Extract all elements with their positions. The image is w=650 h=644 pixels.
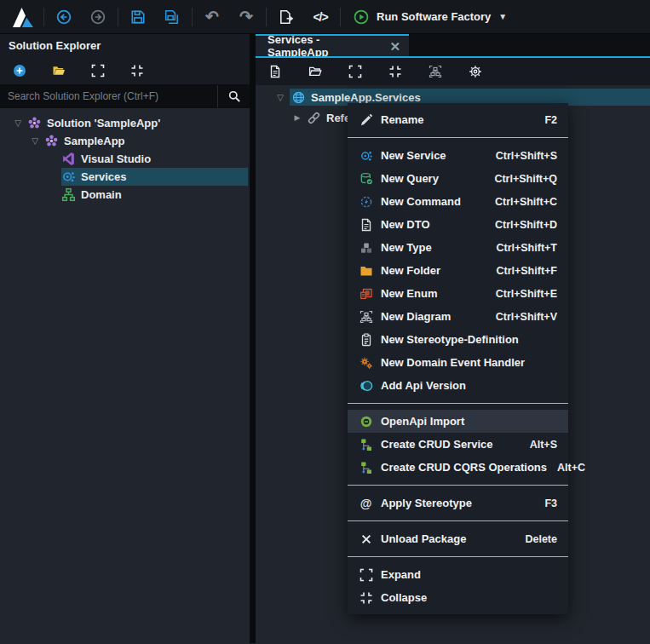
save-icon <box>130 9 146 25</box>
toolbar-separator <box>118 8 118 26</box>
open-folder-button[interactable] <box>307 63 324 80</box>
solution-tree: ▽ Solution 'SampleApp' ▽ SampleApp Visua… <box>0 108 250 643</box>
menu-item-new-command[interactable]: New Command Ctrl+Shift+C <box>348 190 568 213</box>
menu-item-new-diagram[interactable]: New Diagram Ctrl+Shift+V <box>348 305 568 328</box>
menu-item-collapse[interactable]: Collapse <box>348 586 568 609</box>
expand-icon <box>348 65 362 78</box>
new-document-button[interactable] <box>267 63 284 80</box>
settings-button[interactable] <box>467 63 484 80</box>
tab-services-sampleapp[interactable]: Services - SampleApp ✕ <box>256 34 409 56</box>
expand-all-button[interactable] <box>347 63 364 80</box>
menu-item-new-dto[interactable]: New DTO Ctrl+Shift+D <box>348 213 568 236</box>
menu-divider <box>348 556 568 557</box>
back-button[interactable] <box>47 3 81 31</box>
services-icon <box>61 170 76 184</box>
intent-architect-logo-icon <box>11 6 35 28</box>
run-software-factory-button[interactable]: Run Software Factory ▼ <box>343 3 517 31</box>
redo-button[interactable]: ↷ <box>229 3 263 31</box>
save-all-button[interactable] <box>155 3 189 31</box>
caret-collapsed-icon[interactable]: ▶ <box>288 113 307 122</box>
tree-item-domain[interactable]: Domain <box>0 186 250 204</box>
menu-item-new-domain-event-handler[interactable]: New Domain Event Handler <box>348 351 568 374</box>
add-plus-icon <box>13 64 26 78</box>
tree-item-sampleapp[interactable]: ▽ SampleApp <box>0 132 250 150</box>
caret-expanded-icon[interactable]: ▽ <box>271 93 290 102</box>
menu-item-new-service[interactable]: New Service Ctrl+Shift+S <box>348 144 568 167</box>
menu-item-rename[interactable]: Rename F2 <box>348 108 568 131</box>
search-input[interactable] <box>0 85 217 107</box>
undo-icon: ↶ <box>205 9 219 25</box>
save-all-icon <box>164 9 180 25</box>
selected-row-highlight: Services <box>61 168 248 186</box>
redo-icon: ↷ <box>239 9 253 25</box>
tab-close-icon[interactable]: ✕ <box>389 40 400 53</box>
diagram-icon <box>429 65 442 78</box>
tab-strip: Services - SampleApp ✕ <box>256 34 650 56</box>
tree-item-visual-studio[interactable]: Visual Studio <box>0 150 250 168</box>
tree-item-label: SampleApp <box>64 135 125 147</box>
toolbar-separator <box>43 8 44 26</box>
tree-item-label: Domain <box>81 188 122 201</box>
solution-explorer-panel: Solution Explorer ▽ Solution 'SampleApp'… <box>0 34 250 643</box>
menu-item-new-stereotype-definition[interactable]: New Stereotype-Definition <box>348 328 568 351</box>
open-folder-button[interactable] <box>50 62 67 79</box>
undo-button[interactable]: ↶ <box>195 3 229 31</box>
collapse-all-button[interactable] <box>129 62 146 79</box>
solution-icon <box>27 116 42 130</box>
menu-item-new-query[interactable]: New Query Ctrl+Shift+Q <box>348 167 568 190</box>
visual-studio-icon <box>61 152 76 166</box>
save-button[interactable] <box>121 3 155 31</box>
view-code-button[interactable]: </> <box>303 3 337 31</box>
enum-icon <box>359 286 373 301</box>
diagram-button[interactable] <box>427 63 444 80</box>
app-logo[interactable] <box>9 4 37 30</box>
menu-item-apply-stereotype[interactable]: @ Apply Stereotype F3 <box>348 492 568 515</box>
forward-button[interactable] <box>81 3 115 31</box>
search-button[interactable] <box>217 85 250 107</box>
tree-item-label: Services <box>81 170 127 183</box>
export-document-button[interactable] <box>269 3 303 31</box>
menu-item-create-crud-service[interactable]: Create CRUD Service Alt+S <box>348 433 568 456</box>
application-icon <box>44 134 59 148</box>
crud-icon <box>359 437 373 451</box>
menu-divider <box>348 485 568 486</box>
solution-explorer-title: Solution Explorer <box>9 39 101 52</box>
open-folder-icon <box>52 64 66 78</box>
export-document-icon <box>279 9 294 25</box>
menu-item-new-type[interactable]: New Type Ctrl+Shift+T <box>348 236 568 259</box>
package-globe-icon <box>291 90 306 105</box>
menu-item-openapi-import[interactable]: OpenApi Import <box>348 410 568 433</box>
tree-item-solution[interactable]: ▽ Solution 'SampleApp' <box>0 114 250 132</box>
collapse-all-button[interactable] <box>387 63 404 80</box>
menu-item-create-crud-cqrs-operations[interactable]: Create CRUD CQRS Operations Alt+C <box>348 456 568 479</box>
collapse-icon <box>388 65 402 78</box>
expand-all-button[interactable] <box>89 62 106 79</box>
menu-item-add-api-version[interactable]: Add Api Version <box>348 374 568 397</box>
back-arrow-icon <box>56 9 72 25</box>
menu-item-unload-package[interactable]: Unload Package Delete <box>348 527 568 550</box>
menu-divider <box>348 403 568 404</box>
add-button[interactable] <box>11 62 28 79</box>
link-icon <box>307 111 321 125</box>
query-icon <box>359 171 373 186</box>
caret-expanded-icon[interactable]: ▽ <box>26 136 44 146</box>
clipboard-icon <box>359 332 373 347</box>
top-toolbar: ↶ ↷ </> Run Software Factory ▼ <box>0 0 650 34</box>
tree-item-services[interactable]: Services <box>0 168 250 186</box>
tree-item-label: SampleApp.Services <box>311 91 421 104</box>
crud-icon <box>359 460 373 474</box>
expand-icon <box>91 64 105 78</box>
context-menu: Rename F2 New Service Ctrl+Shift+S New Q… <box>348 103 568 614</box>
open-folder-icon <box>308 65 322 78</box>
pencil-icon <box>359 112 373 127</box>
menu-item-expand[interactable]: Expand <box>348 563 568 586</box>
menu-item-new-folder[interactable]: New Folder Ctrl+Shift+F <box>348 259 568 282</box>
panel-splitter[interactable] <box>250 34 256 643</box>
settings-gear-icon <box>469 65 482 78</box>
caret-expanded-icon[interactable]: ▽ <box>9 118 27 128</box>
tree-item-label: Refe <box>326 112 350 124</box>
menu-item-new-enum[interactable]: New Enum Ctrl+Shift+E <box>348 282 568 305</box>
collapse-icon <box>130 64 144 78</box>
collapse-icon <box>359 590 373 605</box>
solution-explorer-header: Solution Explorer <box>0 34 250 57</box>
